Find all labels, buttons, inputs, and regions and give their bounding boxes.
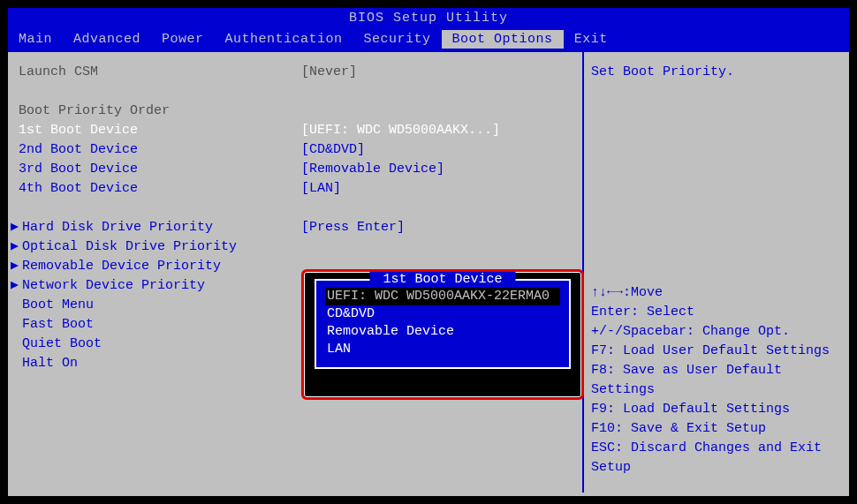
help-f7: F7: Load User Default Settings [591, 342, 842, 361]
triangle-icon: ▶ [11, 218, 19, 237]
bios-title: BIOS Setup Utility [8, 8, 849, 28]
tab-security[interactable]: Security [353, 30, 442, 49]
help-f8: F8: Save as User Default Settings [591, 361, 842, 400]
boot-device-2-value: [CD&DVD] [301, 140, 572, 160]
triangle-icon: ▶ [11, 257, 19, 276]
tab-advanced[interactable]: Advanced [63, 30, 151, 49]
help-panel: Set Boot Priority. ↑↓←→:Move Enter: Sele… [584, 50, 849, 493]
boot-device-3-value: [Removable Device] [301, 160, 572, 179]
help-f9: F9: Load Default Settings [591, 400, 842, 419]
launch-csm-label: Launch CSM [19, 63, 301, 82]
boot-device-4-label: 4th Boot Device [19, 179, 301, 199]
boot-device-1-label: 1st Boot Device [19, 121, 301, 140]
tab-bar: Main Advanced Power Authentication Secur… [8, 28, 849, 50]
submenu-optical-priority[interactable]: ▶ Optical Disk Drive Priority [19, 237, 572, 257]
triangle-icon: ▶ [11, 237, 19, 257]
tab-exit[interactable]: Exit [564, 30, 618, 49]
boot-device-1[interactable]: 1st Boot Device [UEFI: WDC WD5000AAKX...… [19, 121, 572, 140]
tab-power[interactable]: Power [151, 30, 215, 49]
triangle-icon: ▶ [11, 276, 19, 296]
launch-csm-value: [Never] [301, 63, 572, 82]
popup-item-2[interactable]: Removable Device [325, 323, 560, 341]
bios-frame: BIOS Setup Utility Main Advanced Power A… [6, 6, 851, 498]
submenu-hdd-priority[interactable]: ▶ Hard Disk Drive Priority [Press Enter] [19, 218, 572, 237]
help-select: Enter: Select [591, 303, 842, 322]
tab-main[interactable]: Main [8, 30, 63, 49]
boot-device-2-label: 2nd Boot Device [19, 140, 301, 160]
popup-item-3[interactable]: LAN [325, 341, 560, 358]
main-panel: Launch CSM [Never] Boot Priority Order 1… [8, 50, 584, 493]
help-description: Set Boot Priority. [591, 63, 842, 82]
popup-title: 1st Boot Device [369, 272, 515, 287]
boot-priority-header: Boot Priority Order [19, 102, 572, 121]
tab-boot-options[interactable]: Boot Options [442, 30, 564, 49]
help-move: ↑↓←→:Move [591, 283, 842, 303]
boot-device-1-value: [UEFI: WDC WD5000AAKX...] [301, 121, 572, 140]
popup-item-0[interactable]: UEFI: WDC WD5000AAKX-22ERMA0 [325, 288, 560, 305]
launch-csm-row[interactable]: Launch CSM [Never] [19, 63, 572, 82]
tab-authentication[interactable]: Authentication [215, 30, 353, 49]
boot-device-2[interactable]: 2nd Boot Device [CD&DVD] [19, 140, 572, 160]
help-change: +/-/Spacebar: Change Opt. [591, 322, 842, 342]
help-esc: ESC: Discard Changes and Exit Setup [591, 439, 842, 478]
boot-device-4-value: [LAN] [301, 179, 572, 199]
boot-device-3-label: 3rd Boot Device [19, 160, 301, 179]
boot-device-3[interactable]: 3rd Boot Device [Removable Device] [19, 160, 572, 179]
boot-device-4[interactable]: 4th Boot Device [LAN] [19, 179, 572, 199]
boot-device-popup: 1st Boot Device UEFI: WDC WD5000AAKX-22E… [301, 269, 584, 400]
help-f10: F10: Save & Exit Setup [591, 419, 842, 439]
popup-item-1[interactable]: CD&DVD [325, 305, 560, 323]
